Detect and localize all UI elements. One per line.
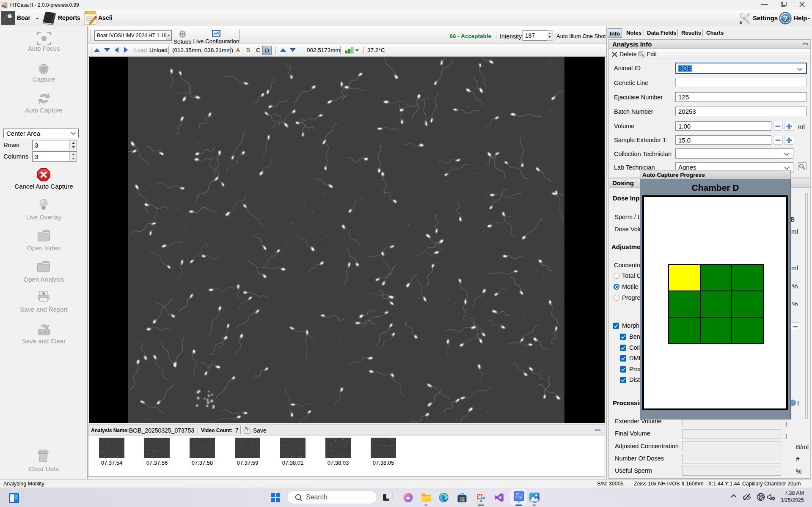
- svg-text:?: ?: [783, 14, 788, 23]
